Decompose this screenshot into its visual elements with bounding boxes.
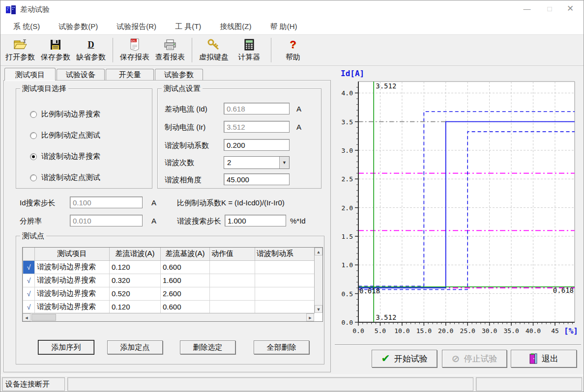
id-step-input[interactable] [70, 196, 143, 208]
default-params-icon: D [88, 37, 94, 52]
toolbar-label: 虚拟键盘 [199, 53, 229, 62]
svg-text:Id[A]: Id[A] [341, 69, 364, 78]
scroll-up-icon[interactable]: ▲ [315, 248, 322, 255]
row-check-icon[interactable]: √ [23, 300, 35, 313]
restraint-current-input[interactable] [224, 121, 290, 133]
cell-coef [255, 300, 315, 313]
radio-icon-selected [30, 153, 37, 160]
tab-test-device[interactable]: 试验设备 [57, 69, 105, 81]
add-sequence-button[interactable]: 添加序列 [38, 340, 94, 354]
save-report-button[interactable]: EXL 保存报表 [117, 36, 152, 64]
tab-test-items[interactable]: 测试项目 [4, 68, 56, 81]
group-title: 测试项目选择 [20, 84, 68, 93]
delete-all-button[interactable]: 全部删除 [254, 340, 309, 354]
open-folder-icon [13, 37, 27, 52]
start-test-button[interactable]: ✔ 开始试验 [372, 350, 437, 367]
table-row[interactable]: √ 谐波制动边界搜索 0.120 0.600 [23, 260, 315, 274]
harmonic-step-input[interactable] [225, 215, 286, 226]
menu-help[interactable]: 帮 助(H) [264, 20, 303, 33]
chevron-down-icon[interactable]: ▼ [279, 157, 289, 168]
delete-selected-button[interactable]: 删除选定 [180, 340, 235, 354]
tab-switch-quantity[interactable]: 开关量 [106, 69, 154, 81]
table-horizontal-scrollbar[interactable]: ◄ ► [23, 313, 314, 321]
svg-text:25.0: 25.0 [460, 327, 475, 335]
toolbar-label: 计算器 [238, 53, 261, 62]
scrollbar-thumb[interactable] [31, 314, 56, 321]
table-row[interactable]: √ 谐波制动边界搜索 0.120 0.600 [23, 300, 315, 313]
radio-harmonic-fixed-point[interactable]: 谐波制动定点测试 [30, 173, 100, 182]
scroll-down-icon[interactable]: ▼ [315, 305, 322, 313]
menu-wiring-diagram[interactable]: 接线图(Z) [214, 20, 257, 33]
table-row[interactable]: √ 谐波制动边界搜索 0.320 1.600 [23, 274, 315, 287]
menu-system[interactable]: 系 统(S) [7, 20, 46, 33]
diff-current-input[interactable] [224, 103, 290, 114]
svg-text:0.618: 0.618 [553, 286, 574, 294]
menu-test-report[interactable]: 试验报告(R) [111, 20, 162, 33]
cell-action [210, 300, 255, 313]
tab-test-params[interactable]: 试验参数 [155, 69, 203, 81]
radio-harmonic-boundary-search[interactable]: 谐波制动边界搜索 [30, 152, 100, 161]
stop-test-button[interactable]: ⊘ 停止试验 [442, 350, 507, 367]
resolution-input[interactable] [70, 215, 143, 226]
radio-ratio-boundary-search[interactable]: 比例制动边界搜索 [30, 110, 100, 119]
table-row[interactable]: √ 谐波制动边界搜索 0.520 2.600 [23, 287, 315, 300]
menu-test-params[interactable]: 试验参数(P) [53, 20, 104, 33]
minimize-button[interactable]: — [516, 0, 538, 17]
field-label-id: 差动电流 (Id) [165, 105, 207, 114]
characteristic-chart: 3.5123.5120.6180.6180.05.010.015.020.025… [335, 68, 583, 339]
close-button[interactable]: ✕ [559, 0, 582, 17]
view-report-button[interactable]: 查看报表 [152, 36, 188, 64]
row-check-icon[interactable]: √ [23, 274, 35, 287]
test-point-settings-group: 测试点设置 差动电流 (Id) A 制动电流 (Ir) A 谐波制动系数 谐波次… [157, 88, 321, 189]
radio-label: 比例制动定点测试 [41, 131, 100, 140]
harmonic-phase-input[interactable] [224, 173, 290, 185]
status-connection: 设备连接断开 [2, 377, 65, 391]
menu-tools[interactable]: 工 具(T) [169, 20, 207, 33]
add-fixed-point-button[interactable]: 添加定点 [107, 340, 163, 354]
radio-label: 谐波制动定点测试 [41, 173, 100, 182]
svg-text:3.512: 3.512 [376, 82, 396, 90]
dropdown-value: 2 [224, 157, 279, 168]
cell-coef [255, 287, 315, 300]
scroll-left-icon[interactable]: ◄ [23, 313, 30, 321]
save-params-button[interactable]: 保存参数 [38, 36, 73, 64]
help-button[interactable]: ? 帮助 [275, 36, 311, 64]
cell-item: 谐波制动边界搜索 [35, 287, 110, 300]
radio-ratio-fixed-point[interactable]: 比例制动定点测试 [30, 131, 100, 140]
svg-text:40.0: 40.0 [526, 327, 541, 335]
table-vertical-scrollbar[interactable]: ▲ ▼ [314, 248, 322, 313]
virtual-keyboard-button[interactable]: 虚拟键盘 [196, 36, 232, 64]
cell-harmonic: 0.320 [110, 274, 161, 287]
svg-text:20.0: 20.0 [438, 327, 453, 335]
calculator-button[interactable]: 计算器 [232, 36, 267, 64]
window-title: 差动试验 [20, 5, 50, 14]
status-panel-3 [476, 377, 582, 391]
svg-text:4.0: 4.0 [342, 89, 353, 97]
toolbar-separator [113, 38, 113, 62]
radio-icon [30, 174, 37, 181]
toolbar-separator [271, 38, 271, 62]
view-report-printer-icon [164, 37, 176, 52]
toolbar-separator [192, 38, 192, 62]
svg-text:0.5: 0.5 [342, 290, 353, 298]
harmonic-coef-input[interactable] [224, 139, 290, 151]
cell-fundamental: 2.600 [161, 287, 210, 300]
row-check-icon[interactable]: √ [23, 260, 35, 274]
letter-d-glyph: D [88, 40, 94, 50]
svg-text:0.0: 0.0 [342, 319, 353, 326]
svg-text:5.0: 5.0 [375, 327, 386, 335]
exit-door-icon [529, 353, 538, 364]
harmonic-order-dropdown[interactable]: 2 ▼ [224, 156, 290, 169]
maximize-button[interactable]: □ [538, 0, 561, 17]
title-bar: 差动试验 — □ ✕ [0, 0, 584, 19]
exit-button[interactable]: 退出 [511, 350, 577, 367]
svg-text:1.0: 1.0 [342, 261, 353, 269]
question-mark-glyph: ? [290, 38, 296, 51]
row-check-icon[interactable]: √ [23, 287, 35, 300]
scroll-right-icon[interactable]: ► [306, 313, 314, 321]
svg-text:15.0: 15.0 [416, 327, 432, 335]
default-params-button[interactable]: D 缺省参数 [73, 36, 109, 64]
cell-fundamental: 0.600 [161, 300, 210, 313]
open-params-button[interactable]: 打开参数 [2, 36, 38, 64]
cell-harmonic: 0.120 [110, 260, 161, 274]
